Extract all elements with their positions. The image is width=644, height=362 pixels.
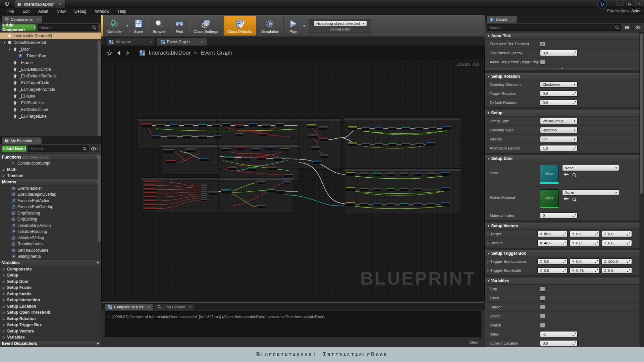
spinner-icon[interactable] (627, 232, 630, 236)
details-scrollbar[interactable] (640, 33, 644, 194)
dropdown-field[interactable]: VisualSetUp▾ (540, 118, 578, 124)
section-header[interactable]: ▾Setup Trigger Box (485, 250, 639, 257)
event-dispatchers-header[interactable]: Event Dispatchers+ (0, 341, 101, 347)
asset-dropdown[interactable]: None▾ (562, 189, 619, 195)
browse-button[interactable]: Browse (148, 15, 170, 37)
macro-griprotating[interactable]: GripRotating (0, 210, 101, 217)
expander-icon[interactable]: ▷ (3, 174, 5, 177)
expander-icon[interactable]: ▷ (3, 298, 5, 302)
vector-x-field[interactable]: X40,0 (537, 240, 568, 246)
number-field[interactable]: 0,0 (540, 90, 578, 97)
menu-debug[interactable]: Debug (70, 8, 90, 14)
spinner-icon[interactable] (595, 269, 598, 272)
macros-header[interactable]: Macros+ (0, 179, 101, 185)
chevron-down-icon[interactable]: ▾ (126, 24, 128, 27)
tree-item--euiline[interactable]: _EUILine (0, 93, 101, 100)
add-new-button[interactable]: + Add New▾ (2, 145, 26, 152)
expander-icon[interactable]: ▷ (487, 260, 490, 263)
macro-executeendaction[interactable]: ExecuteEndAction (0, 198, 101, 204)
clear-log-button[interactable]: Clear (470, 340, 479, 344)
tab-details[interactable]: i Details ✕ (486, 16, 518, 23)
variable-group-variables[interactable]: ▷Variables (0, 334, 101, 341)
expander-icon[interactable]: ▷ (3, 305, 5, 308)
tree-item--euidefaultpincircle[interactable]: _EUIDefaultPinCircle (0, 73, 101, 79)
variable-group-setup-rotation[interactable]: ▷Setup Rotation (0, 316, 101, 322)
close-icon[interactable]: ✕ (149, 40, 152, 44)
macro-executebeginoverlap[interactable]: ExecuteBeginOverlap (0, 191, 101, 198)
spinner-icon[interactable] (562, 269, 566, 272)
expander-icon[interactable]: ▷ (3, 336, 5, 339)
asset-thumbnail[interactable]: None (540, 189, 559, 208)
my-blueprint-search-input[interactable] (31, 147, 82, 151)
favorite-star-icon[interactable] (106, 50, 112, 56)
save-button[interactable]: Save (129, 15, 148, 37)
expander-icon[interactable]: ▷ (487, 232, 490, 236)
use-selected-icon[interactable] (564, 173, 569, 177)
compile-button[interactable]: Compile (103, 15, 126, 37)
macro-initializerotating[interactable]: InitializeRotating (0, 229, 101, 235)
vector-y-field[interactable]: Y0,75 (570, 267, 600, 274)
display-filter-button[interactable] (633, 24, 642, 31)
variable-group-setup-open-threshold[interactable]: ▷Setup Open Threshold (0, 309, 101, 316)
browse-to-asset-icon[interactable] (572, 197, 577, 201)
tab-components[interactable]: Components ✕ (1, 16, 43, 23)
tree-item--frame[interactable]: _Frame (0, 59, 101, 66)
vector-z-field[interactable]: Z0,0 (602, 231, 632, 237)
expander-icon[interactable]: ▷ (3, 329, 5, 333)
checkbox-checked[interactable]: ✔ (540, 42, 545, 47)
spinner-icon[interactable] (562, 232, 566, 236)
spinner-icon[interactable] (627, 269, 630, 272)
expander-icon[interactable]: ▷ (3, 317, 5, 320)
tree-expander-icon[interactable]: ▾ (8, 48, 11, 51)
vector-z-field[interactable]: Z0,5 (602, 267, 632, 274)
section-header[interactable]: ▾Setup Vectors (485, 223, 639, 230)
macro-gripsliding[interactable]: GripSliding (0, 216, 101, 223)
spinner-icon[interactable] (573, 101, 576, 104)
section-header[interactable]: ▾Setup (485, 110, 639, 117)
expander-icon[interactable]: ▷ (3, 267, 5, 271)
menu-window[interactable]: Window (91, 8, 113, 14)
class-settings-button[interactable]: Class Settings (189, 15, 223, 37)
expander-icon[interactable]: ▷ (3, 311, 5, 314)
macro-setthedoorstate[interactable]: SetTheDoorState (0, 247, 101, 254)
number-field[interactable]: 0,0 (540, 100, 578, 106)
variable-group-setup-location[interactable]: ▷Setup Location (0, 303, 101, 310)
spinner-icon[interactable] (573, 214, 576, 217)
use-selected-icon[interactable] (564, 197, 569, 201)
variable-group-setup-inertia[interactable]: ▷Setup Inertia (0, 291, 101, 297)
vector-y-field[interactable]: Y0,0 (570, 258, 600, 264)
menu-edit[interactable]: Edit (18, 8, 34, 14)
macro-eventhandler[interactable]: EventHandler (0, 185, 101, 192)
forward-arrow-icon[interactable] (125, 50, 131, 56)
expander-icon[interactable]: ▷ (487, 241, 490, 245)
variable-group-setup-vectors[interactable]: ▷Setup Vectors (0, 328, 101, 335)
tree-item--euidefaultcircle[interactable]: _EUIDefaultCircle (0, 66, 101, 73)
close-icon[interactable]: ✕ (37, 18, 40, 21)
add-component-button[interactable]: + Add Component▾ (2, 24, 36, 31)
tree-item--euidefaultline[interactable]: _EUIDefaultLine (0, 106, 101, 113)
vector-y-field[interactable]: Y0,0 (570, 240, 600, 246)
macro-rotatinginertia[interactable]: RotatingInertia (0, 241, 101, 247)
expander-icon[interactable]: ▷ (3, 323, 5, 326)
functions-header[interactable]: Functions(19 Overridable)+ (0, 154, 101, 160)
dropdown-field[interactable]: On▾ (540, 136, 578, 142)
number-field[interactable]: 1,0 (540, 145, 578, 151)
tree-item--euitargetpincircle[interactable]: _EUITargetPinCircle (0, 86, 101, 93)
spinner-icon[interactable] (573, 146, 576, 150)
expander-icon[interactable]: ▷ (487, 269, 490, 272)
checkbox[interactable] (540, 305, 545, 310)
vector-y-field[interactable]: Y0,0 (570, 231, 600, 237)
breadcrumb-graph-name[interactable]: Event Graph (200, 50, 232, 56)
variable-group-setup[interactable]: ▷Setup (0, 272, 101, 279)
checkbox[interactable] (540, 60, 545, 65)
tree-expander-icon[interactable]: ▾ (3, 41, 6, 44)
my-blueprint-scrollbar[interactable] (98, 155, 101, 242)
expander-icon[interactable]: ▷ (3, 274, 5, 277)
minimize-button[interactable]: — (616, 1, 624, 6)
vector-x-field[interactable]: X0,5 (537, 267, 568, 274)
section-expander[interactable]: ▼ (485, 67, 639, 71)
spinner-icon[interactable] (573, 92, 576, 95)
add-icon[interactable]: + (97, 341, 99, 346)
macro-slidinginertia[interactable]: SlidingInertia (0, 253, 101, 260)
macro-executeendoverlap[interactable]: ExecuteEndOverlap (0, 204, 101, 210)
